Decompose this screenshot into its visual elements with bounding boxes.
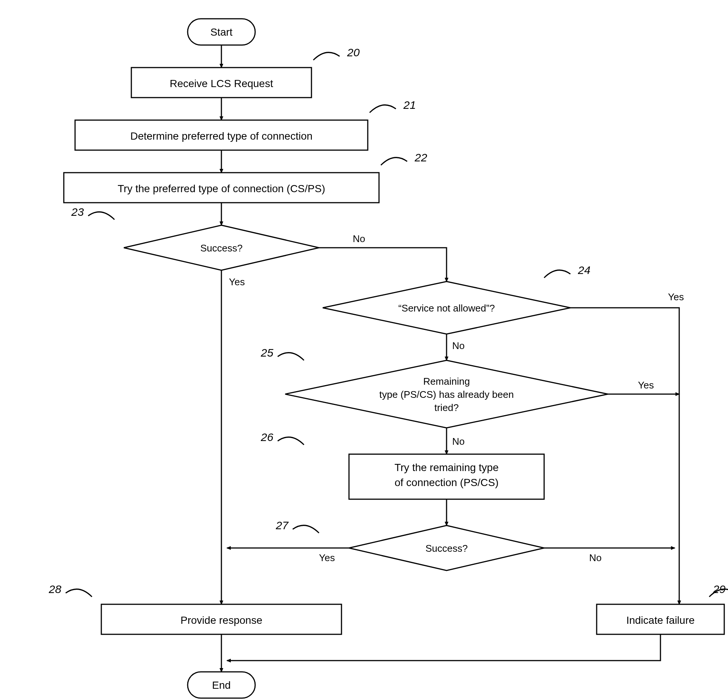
flowchart-diagram: Start Receive LCS Request 20 Determine p… (8, 8, 728, 700)
edge-24-no-label: No (452, 340, 465, 351)
ref-25: 25 (260, 346, 274, 359)
ref-curve-22 (381, 158, 407, 165)
step-29-label: Indicate failure (626, 614, 695, 626)
decision-25-label-l3: tried? (434, 402, 459, 413)
ref-curve-28 (66, 589, 92, 597)
ref-curve-23 (88, 212, 114, 220)
edge-23-yes-label: Yes (229, 276, 245, 288)
ref-21: 21 (403, 99, 416, 111)
ref-27: 27 (275, 519, 289, 531)
ref-23: 23 (71, 206, 84, 218)
ref-curve-25 (278, 353, 304, 360)
edge-25-yes-label: Yes (638, 379, 654, 391)
step-26-label-l1: Try the remaining type (394, 462, 499, 473)
ref-curve-21 (370, 105, 396, 113)
ref-26: 26 (260, 431, 274, 443)
ref-curve-20 (313, 53, 340, 60)
ref-curve-24 (544, 270, 570, 278)
terminal-end-label: End (212, 679, 231, 691)
ref-22: 22 (414, 151, 427, 164)
edge-25-no-label: No (452, 436, 465, 447)
terminal-start-label: Start (210, 26, 232, 38)
step-26-label-l2: of connection (PS/CS) (394, 477, 498, 488)
edge-24-yes-label: Yes (668, 291, 684, 303)
decision-27-label: Success? (426, 543, 468, 554)
decision-25-label-l1: Remaining (423, 376, 470, 387)
decision-23-label: Success? (200, 242, 243, 254)
edge-24-yes (570, 308, 679, 604)
ref-20: 20 (347, 46, 360, 59)
ref-curve-26 (278, 437, 304, 445)
step-20-label: Receive LCS Request (170, 78, 273, 89)
edge-23-no (319, 248, 447, 282)
ref-24: 24 (578, 264, 590, 276)
step-28-label: Provide response (180, 614, 262, 626)
step-21-label: Determine preferred type of connection (130, 130, 313, 142)
step-22-label: Try the preferred type of connection (CS… (118, 183, 325, 194)
ref-29: 29 (713, 583, 726, 595)
edge-23-no-label: No (353, 233, 365, 244)
edge-27-yes-label: Yes (319, 552, 335, 563)
ref-curve-27 (293, 525, 319, 533)
decision-25-label-l2: type (PS/CS) has already been (379, 389, 514, 400)
edge-29-to-join (227, 634, 660, 661)
edge-27-no-label: No (589, 552, 602, 563)
decision-24-label: “Service not allowed”? (398, 303, 495, 314)
ref-28: 28 (48, 583, 62, 595)
